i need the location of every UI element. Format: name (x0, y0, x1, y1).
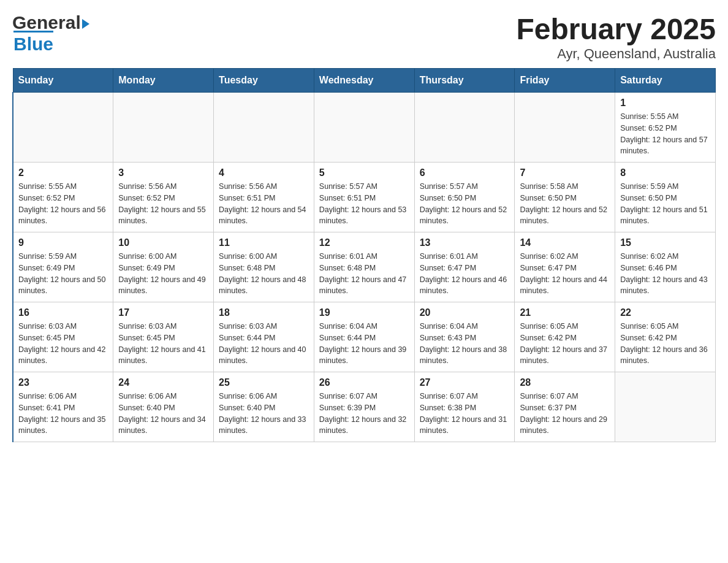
day-number: 20 (420, 307, 510, 318)
day-info: Sunrise: 6:04 AM Sunset: 6:43 PM Dayligh… (420, 321, 510, 367)
day-info: Sunrise: 6:01 AM Sunset: 6:48 PM Dayligh… (319, 251, 409, 297)
day-cell (13, 93, 113, 163)
logo-general: General (12, 12, 81, 33)
col-header-monday: Monday (113, 69, 214, 93)
col-header-saturday: Saturday (615, 69, 716, 93)
day-info: Sunrise: 6:05 AM Sunset: 6:42 PM Dayligh… (520, 321, 610, 367)
day-number: 3 (118, 167, 208, 178)
day-cell: 23Sunrise: 6:06 AM Sunset: 6:41 PM Dayli… (13, 372, 113, 442)
day-cell (314, 93, 414, 163)
day-cell (214, 93, 314, 163)
day-info: Sunrise: 5:59 AM Sunset: 6:50 PM Dayligh… (620, 181, 710, 227)
week-row-2: 2Sunrise: 5:55 AM Sunset: 6:52 PM Daylig… (13, 163, 716, 232)
day-number: 4 (219, 167, 309, 178)
col-header-friday: Friday (515, 69, 615, 93)
day-number: 1 (620, 98, 710, 109)
day-info: Sunrise: 5:57 AM Sunset: 6:50 PM Dayligh… (420, 181, 510, 227)
day-number: 26 (319, 377, 409, 388)
day-info: Sunrise: 6:06 AM Sunset: 6:40 PM Dayligh… (118, 391, 208, 437)
col-header-sunday: Sunday (13, 69, 113, 93)
day-cell: 18Sunrise: 6:03 AM Sunset: 6:44 PM Dayli… (214, 302, 314, 372)
day-number: 22 (620, 307, 710, 318)
week-row-1: 1Sunrise: 5:55 AM Sunset: 6:52 PM Daylig… (13, 93, 716, 163)
day-cell: 21Sunrise: 6:05 AM Sunset: 6:42 PM Dayli… (515, 302, 615, 372)
day-cell: 27Sunrise: 6:07 AM Sunset: 6:38 PM Dayli… (414, 372, 515, 442)
day-number: 13 (420, 237, 510, 248)
day-number: 24 (118, 377, 208, 388)
logo: General Blue (12, 12, 89, 55)
day-cell: 15Sunrise: 6:02 AM Sunset: 6:46 PM Dayli… (615, 232, 716, 302)
day-number: 11 (219, 237, 309, 248)
week-row-4: 16Sunrise: 6:03 AM Sunset: 6:45 PM Dayli… (13, 302, 716, 372)
title-area: February 2025 Ayr, Queensland, Australia (516, 12, 716, 62)
day-cell: 16Sunrise: 6:03 AM Sunset: 6:45 PM Dayli… (13, 302, 113, 372)
day-number: 5 (319, 167, 409, 178)
col-header-thursday: Thursday (414, 69, 515, 93)
day-number: 28 (520, 377, 610, 388)
day-number: 19 (319, 307, 409, 318)
day-cell: 11Sunrise: 6:00 AM Sunset: 6:48 PM Dayli… (214, 232, 314, 302)
logo-triangle-icon (82, 19, 89, 29)
calendar-table: SundayMondayTuesdayWednesdayThursdayFrid… (12, 68, 716, 442)
day-cell: 1Sunrise: 5:55 AM Sunset: 6:52 PM Daylig… (615, 93, 716, 163)
day-cell: 5Sunrise: 5:57 AM Sunset: 6:51 PM Daylig… (314, 163, 414, 232)
col-header-wednesday: Wednesday (314, 69, 414, 93)
day-number: 2 (18, 167, 108, 178)
day-number: 21 (520, 307, 610, 318)
day-number: 25 (219, 377, 309, 388)
day-cell: 22Sunrise: 6:05 AM Sunset: 6:42 PM Dayli… (615, 302, 716, 372)
day-info: Sunrise: 5:56 AM Sunset: 6:51 PM Dayligh… (219, 181, 309, 227)
day-info: Sunrise: 6:07 AM Sunset: 6:37 PM Dayligh… (520, 391, 610, 437)
day-cell (414, 93, 515, 163)
day-cell: 6Sunrise: 5:57 AM Sunset: 6:50 PM Daylig… (414, 163, 515, 232)
day-info: Sunrise: 6:02 AM Sunset: 6:47 PM Dayligh… (520, 251, 610, 297)
day-info: Sunrise: 5:55 AM Sunset: 6:52 PM Dayligh… (18, 181, 108, 227)
day-info: Sunrise: 6:06 AM Sunset: 6:41 PM Dayligh… (18, 391, 108, 437)
day-info: Sunrise: 6:06 AM Sunset: 6:40 PM Dayligh… (219, 391, 309, 437)
calendar-body: 1Sunrise: 5:55 AM Sunset: 6:52 PM Daylig… (13, 93, 716, 442)
day-number: 9 (18, 237, 108, 248)
day-info: Sunrise: 6:00 AM Sunset: 6:49 PM Dayligh… (118, 251, 208, 297)
day-info: Sunrise: 5:55 AM Sunset: 6:52 PM Dayligh… (620, 111, 710, 157)
logo-blue: Blue (13, 31, 53, 55)
day-info: Sunrise: 6:04 AM Sunset: 6:44 PM Dayligh… (319, 321, 409, 367)
day-cell: 14Sunrise: 6:02 AM Sunset: 6:47 PM Dayli… (515, 232, 615, 302)
day-info: Sunrise: 5:58 AM Sunset: 6:50 PM Dayligh… (520, 181, 610, 227)
day-info: Sunrise: 6:00 AM Sunset: 6:48 PM Dayligh… (219, 251, 309, 297)
day-number: 8 (620, 167, 710, 178)
header-row: SundayMondayTuesdayWednesdayThursdayFrid… (13, 69, 716, 93)
page-header: General Blue February 2025 Ayr, Queensla… (12, 12, 716, 62)
day-number: 10 (118, 237, 208, 248)
day-cell: 26Sunrise: 6:07 AM Sunset: 6:39 PM Dayli… (314, 372, 414, 442)
day-cell: 9Sunrise: 5:59 AM Sunset: 6:49 PM Daylig… (13, 232, 113, 302)
day-cell (515, 93, 615, 163)
week-row-5: 23Sunrise: 6:06 AM Sunset: 6:41 PM Dayli… (13, 372, 716, 442)
week-row-3: 9Sunrise: 5:59 AM Sunset: 6:49 PM Daylig… (13, 232, 716, 302)
day-info: Sunrise: 5:56 AM Sunset: 6:52 PM Dayligh… (118, 181, 208, 227)
calendar-subtitle: Ayr, Queensland, Australia (516, 46, 716, 62)
calendar-title: February 2025 (516, 12, 716, 46)
day-number: 16 (18, 307, 108, 318)
day-number: 12 (319, 237, 409, 248)
day-number: 14 (520, 237, 610, 248)
day-info: Sunrise: 6:03 AM Sunset: 6:45 PM Dayligh… (118, 321, 208, 367)
day-info: Sunrise: 6:07 AM Sunset: 6:39 PM Dayligh… (319, 391, 409, 437)
day-info: Sunrise: 6:01 AM Sunset: 6:47 PM Dayligh… (420, 251, 510, 297)
day-cell (113, 93, 214, 163)
day-number: 7 (520, 167, 610, 178)
day-info: Sunrise: 6:05 AM Sunset: 6:42 PM Dayligh… (620, 321, 710, 367)
day-cell: 24Sunrise: 6:06 AM Sunset: 6:40 PM Dayli… (113, 372, 214, 442)
day-cell: 17Sunrise: 6:03 AM Sunset: 6:45 PM Dayli… (113, 302, 214, 372)
day-cell: 12Sunrise: 6:01 AM Sunset: 6:48 PM Dayli… (314, 232, 414, 302)
day-cell: 3Sunrise: 5:56 AM Sunset: 6:52 PM Daylig… (113, 163, 214, 232)
day-info: Sunrise: 6:03 AM Sunset: 6:44 PM Dayligh… (219, 321, 309, 367)
day-number: 6 (420, 167, 510, 178)
day-cell: 7Sunrise: 5:58 AM Sunset: 6:50 PM Daylig… (515, 163, 615, 232)
day-info: Sunrise: 5:57 AM Sunset: 6:51 PM Dayligh… (319, 181, 409, 227)
day-cell (615, 372, 716, 442)
calendar-header: SundayMondayTuesdayWednesdayThursdayFrid… (13, 69, 716, 93)
day-cell: 2Sunrise: 5:55 AM Sunset: 6:52 PM Daylig… (13, 163, 113, 232)
day-number: 27 (420, 377, 510, 388)
day-number: 18 (219, 307, 309, 318)
col-header-tuesday: Tuesday (214, 69, 314, 93)
